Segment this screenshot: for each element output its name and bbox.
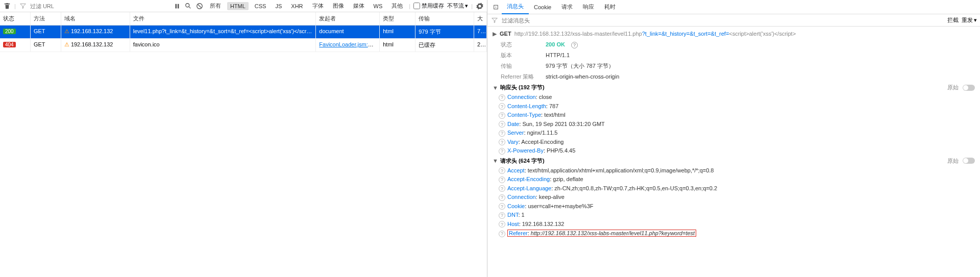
network-toolbar: | 所有 HTML CSS JS XHR 字体 图像 媒体 WS 其他 | 禁用… (0, 0, 487, 12)
col-file[interactable]: 文件 (130, 12, 316, 25)
help-icon[interactable]: ? (499, 103, 505, 110)
status-badge: 404 (3, 42, 16, 47)
filter-html[interactable]: HTML (227, 2, 249, 10)
close-detail-button[interactable]: ⊡ (489, 3, 502, 11)
header-row: ?Host: 192.168.132.132 (487, 220, 980, 229)
header-name: Accept-Encoding (507, 176, 550, 182)
header-row: ?Accept-Encoding: gzip, deflate (487, 175, 980, 184)
block-icon[interactable] (195, 2, 204, 10)
header-name: Date (507, 121, 519, 127)
collapse-icon[interactable]: ▼ (493, 85, 498, 91)
header-value: 1 (522, 212, 525, 218)
col-method[interactable]: 方法 (31, 12, 61, 25)
status-badge: 200 (3, 29, 16, 34)
header-name: Content-Length (507, 103, 546, 109)
request-headers-section[interactable]: ▼ 请求头 (624 字节) 原始 (487, 156, 980, 166)
help-icon[interactable]: ? (499, 112, 505, 119)
help-icon[interactable]: ? (499, 221, 505, 228)
tab-response[interactable]: 响应 (578, 0, 599, 14)
col-initiator[interactable]: 发起者 (316, 12, 380, 25)
header-value: close (539, 94, 552, 100)
pause-icon[interactable] (173, 2, 181, 10)
filter-js[interactable]: JS (272, 2, 285, 10)
header-row: ?Accept: text/html,application/xhtml+xml… (487, 166, 980, 175)
table-row[interactable]: 200GET⚠192.168.132.132level11.php?t_link… (0, 26, 487, 39)
filter-xhr[interactable]: XHR (288, 2, 306, 10)
tab-headers[interactable]: 消息头 (502, 0, 529, 14)
filter-icon (19, 2, 27, 10)
raw-toggle[interactable] (963, 85, 975, 91)
filter-all[interactable]: 所有 (207, 1, 224, 11)
help-icon[interactable]: ? (499, 185, 505, 192)
filter-media[interactable]: 媒体 (350, 1, 368, 11)
status-label: 状态 (501, 41, 542, 48)
header-name: Host (507, 221, 519, 227)
tab-timing[interactable]: 耗时 (599, 0, 621, 14)
url-filter-input[interactable] (30, 3, 132, 9)
header-value: PHP/5.4.45 (547, 147, 575, 154)
header-value: user=call+me+maybe%3F (528, 203, 593, 209)
header-row: ?Connection: close (487, 93, 980, 102)
help-icon[interactable]: ? (499, 139, 505, 145)
table-row[interactable]: 404GET⚠192.168.132.132favicon.icoFavicon… (0, 39, 487, 52)
help-icon[interactable]: ? (499, 167, 505, 174)
filter-css[interactable]: CSS (252, 2, 270, 10)
filter-font[interactable]: 字体 (309, 1, 327, 11)
col-transfer[interactable]: 传输 (415, 12, 474, 25)
header-value: nginx/1.11.5 (527, 130, 558, 136)
gear-icon[interactable] (476, 2, 484, 10)
col-type[interactable]: 类型 (380, 12, 415, 25)
filter-other[interactable]: 其他 (388, 1, 406, 11)
help-icon[interactable]: ? (499, 212, 505, 219)
filter-image[interactable]: 图像 (330, 1, 347, 11)
search-icon[interactable] (184, 2, 192, 10)
block-label[interactable]: 拦截 (947, 16, 959, 24)
header-row: ?DNT: 1 (487, 211, 980, 220)
table-header: 状态 方法 域名 文件 发起者 类型 传输 大 (0, 12, 487, 26)
status-value: 200 OK (546, 41, 565, 47)
insecure-icon: ⚠ (64, 41, 69, 47)
request-table: 状态 方法 域名 文件 发起者 类型 传输 大 200GET⚠192.168.1… (0, 12, 487, 277)
collapse-icon[interactable]: ▼ (493, 158, 498, 164)
header-name: Vary (507, 139, 519, 145)
header-name: X-Powered-By (507, 147, 544, 154)
headers-filter-input[interactable] (502, 17, 944, 23)
help-icon[interactable]: ? (499, 130, 505, 137)
tab-cookie[interactable]: Cookie (529, 1, 556, 13)
tab-request[interactable]: 请求 (556, 0, 578, 14)
expand-icon[interactable]: ▶ (493, 31, 497, 37)
help-icon[interactable]: ? (571, 42, 578, 48)
trash-icon[interactable] (3, 2, 11, 10)
headers-filter-row: 拦截 重发▾ (487, 14, 980, 27)
header-value: Accept-Encoding (521, 139, 564, 145)
disable-cache-checkbox[interactable]: 禁用缓存 (413, 2, 444, 10)
col-status[interactable]: 状态 (0, 12, 31, 25)
help-icon[interactable]: ? (499, 94, 505, 101)
col-domain[interactable]: 域名 (61, 12, 130, 25)
transfer-label: 传输 (501, 62, 542, 70)
resend-dropdown[interactable]: 重发▾ (962, 16, 977, 24)
col-size[interactable]: 大 (474, 12, 487, 25)
chevron-down-icon: ▾ (974, 17, 977, 23)
help-icon[interactable]: ? (499, 194, 505, 201)
version-label: 版本 (501, 52, 542, 59)
svg-point-0 (186, 3, 189, 7)
response-headers-section[interactable]: ▼ 响应头 (192 字节) 原始 (487, 82, 980, 93)
throttling-dropdown[interactable]: 不节流 ▾ (447, 2, 468, 10)
referrer-policy-label: Referrer 策略 (501, 73, 542, 81)
help-icon[interactable]: ? (499, 148, 505, 155)
header-row: ?Cookie: user=call+me+maybe%3F (487, 202, 980, 211)
help-icon[interactable]: ? (499, 177, 505, 183)
header-value: Sun, 19 Sep 2021 03:31:20 GMT (522, 121, 604, 127)
header-row: ?Content-Length: 787 (487, 102, 980, 111)
raw-toggle[interactable] (963, 158, 975, 164)
help-icon[interactable]: ? (499, 203, 505, 210)
header-value: text/html (544, 112, 566, 118)
help-icon[interactable]: ? (499, 121, 505, 128)
filter-ws[interactable]: WS (371, 2, 386, 10)
transfer-value: 979 字节（大小 787 字节） (546, 62, 614, 70)
header-row: ?Vary: Accept-Encoding (487, 138, 980, 147)
referrer-policy-value: strict-origin-when-cross-origin (546, 73, 619, 80)
help-icon[interactable]: ? (499, 231, 505, 237)
header-name: DNT (507, 212, 518, 218)
